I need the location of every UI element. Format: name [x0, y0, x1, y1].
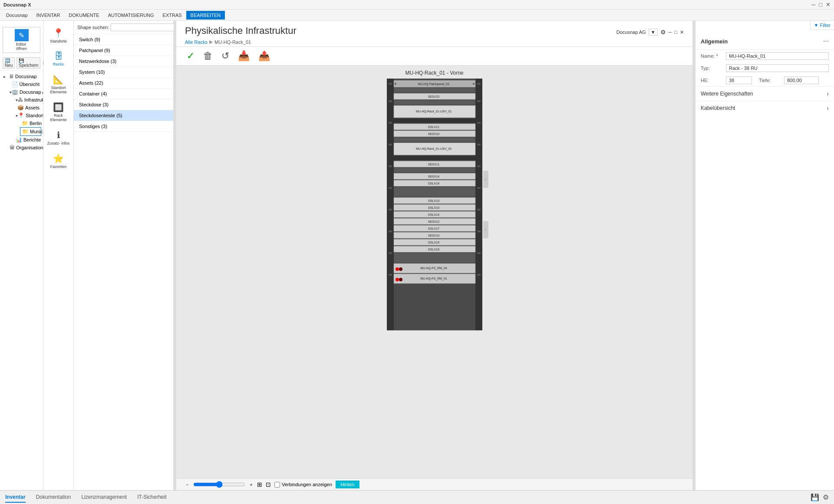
- tree-item-berlin[interactable]: 📁 Berlin: [20, 119, 41, 127]
- window-controls: ─ □ ✕: [811, 1, 831, 8]
- shape-search-input[interactable]: [111, 23, 175, 31]
- svg-rect-59: [389, 144, 392, 145]
- shape-item-container[interactable]: Container (4): [74, 89, 173, 99]
- shape-item-netzwerkdose[interactable]: Netzwerkdose (3): [74, 56, 173, 67]
- props-name-input[interactable]: [726, 52, 829, 60]
- new-btn[interactable]: 🆕 Neu: [3, 57, 15, 69]
- tab-inventar[interactable]: Inventar: [5, 492, 26, 503]
- breadcrumb: Alle Racks ▶ MU-HQ-Rack_01: [185, 39, 684, 45]
- rack-wrapper: MU-HQ-Patchpanel_01 SESX15 MU: [387, 79, 482, 330]
- sidebar-favoriten[interactable]: ⭐ Favoriten: [43, 150, 73, 172]
- menu-extras[interactable]: EXTRAS: [158, 11, 186, 20]
- svg-rect-18: [394, 138, 475, 142]
- svg-text:MU-HQ-FS_RM_01: MU-HQ-FS_RM_01: [420, 277, 447, 280]
- zoom-slider[interactable]: [193, 481, 245, 488]
- tree-item-ubersicht[interactable]: 📄 Übersicht: [8, 80, 41, 88]
- nav-sidebar: ✎ Editoröffnen 🆕 Neu 💾 Speichern ✕ ▸ 🖥 D…: [0, 21, 43, 490]
- import-action-btn[interactable]: 📥: [236, 49, 251, 63]
- svg-rect-10: [394, 100, 475, 105]
- svg-text:SESX10: SESX10: [428, 132, 439, 135]
- zoom-plus-icon[interactable]: ＋: [249, 481, 254, 488]
- svg-point-49: [396, 267, 399, 271]
- tree-item-berichte[interactable]: 📊 Berichte: [14, 136, 41, 144]
- settings-icon[interactable]: ⚙: [660, 29, 666, 36]
- shape-item-steckdose[interactable]: Steckdose (3): [74, 99, 173, 110]
- refresh-action-btn[interactable]: ↺: [220, 49, 231, 63]
- minimize-btn[interactable]: ─: [811, 1, 815, 8]
- confirm-action-btn[interactable]: ✓: [185, 49, 196, 63]
- shape-item-patchpanel[interactable]: Patchpanel (9): [74, 45, 173, 56]
- action-bar: ✓ 🗑 ↺ 📥 📤: [176, 47, 692, 66]
- window-close-btn[interactable]: ✕: [680, 30, 684, 35]
- maximize-btn[interactable]: □: [819, 1, 822, 8]
- shape-item-system[interactable]: System (10): [74, 67, 173, 78]
- tab-it-sicherheit[interactable]: IT-Sicherheit: [137, 492, 166, 503]
- zoom-fit-icon[interactable]: ⊞: [257, 481, 262, 488]
- page-header: Physikalische Infrastruktur Docusnap AG …: [176, 21, 692, 47]
- close-btn[interactable]: ✕: [826, 1, 831, 8]
- weitere-eigenschaften-section[interactable]: Weitere Eigenschaften ›: [696, 86, 834, 101]
- tab-lizenzmanagement[interactable]: Lizenzmanagement: [81, 492, 127, 503]
- shape-item-assets[interactable]: Assets (22): [74, 78, 173, 89]
- props-name-label: Name: *: [701, 53, 722, 59]
- kabelubersicht-label: Kabelübersicht: [701, 105, 735, 111]
- tree-item-munich[interactable]: 📁 Munich: [20, 127, 41, 136]
- window-maximize-btn[interactable]: □: [674, 30, 677, 35]
- tree-item-docusnap[interactable]: ▸ 🖥 Docusnap: [2, 72, 41, 80]
- shape-item-sonstiges[interactable]: Sonstiges (3): [74, 121, 173, 132]
- sidebar-racks[interactable]: 🗄 Racks: [43, 48, 73, 70]
- props-menu-btn[interactable]: ···: [823, 37, 829, 45]
- tree-icon: 🏛: [10, 145, 15, 151]
- editor-open-button[interactable]: ✎ Editoröffnen: [3, 27, 40, 53]
- shape-item-switch[interactable]: Switch (9): [74, 34, 173, 45]
- collapse-handle-right2[interactable]: ›: [483, 221, 488, 238]
- menu-bearbeiten[interactable]: BEARBEITEN: [186, 11, 225, 20]
- delete-action-btn[interactable]: 🗑: [201, 49, 214, 63]
- tree-icon: 📊: [16, 137, 22, 143]
- props-title: Allgemein: [701, 38, 728, 45]
- nav-toolbar: 🆕 Neu 💾 Speichern ✕: [0, 56, 43, 71]
- sidebar-standort-elemente[interactable]: 📐 Standort Elemente: [43, 71, 73, 98]
- connections-checkbox[interactable]: [274, 482, 280, 488]
- svg-rect-70: [477, 165, 481, 167]
- breadcrumb-separator: ▶: [209, 39, 213, 45]
- menu-dokumente[interactable]: DOKUMENTE: [64, 11, 103, 20]
- window-minimize-btn[interactable]: ─: [669, 30, 672, 35]
- svg-text:MU-HQ-FS_RM_04: MU-HQ-FS_RM_04: [420, 267, 447, 270]
- svg-text:MU-HQ-Rack_01-USV_02: MU-HQ-Rack_01-USV_02: [415, 147, 451, 151]
- zoom-minus-icon[interactable]: －: [185, 481, 190, 488]
- menu-inventar[interactable]: INVENTAR: [32, 11, 65, 20]
- shape-item-steckdosenleiste[interactable]: Steckdosenleiste (5): [74, 110, 173, 121]
- account-dropdown[interactable]: ▼: [649, 29, 658, 36]
- rack-area[interactable]: MU-HQ-Rack_01 - Vorne MU-HQ-Patchpanel_0…: [176, 66, 692, 478]
- sidebar-rack-elemente[interactable]: 🔲 Rack Elemente: [43, 99, 73, 125]
- tree-item-organisation[interactable]: 🏛 Organisation: [8, 144, 41, 152]
- svg-text:DSLX10: DSLX10: [428, 206, 439, 209]
- save-btn[interactable]: 💾 Speichern: [16, 57, 40, 69]
- sidebar-zusatzinfos[interactable]: ℹ Zusatz- infos: [43, 126, 73, 149]
- props-tiefe-input[interactable]: [784, 76, 819, 84]
- rack-canvas: MU-HQ-Rack_01 - Vorne MU-HQ-Patchpanel_0…: [387, 70, 482, 330]
- bottom-save-icon[interactable]: 💾: [811, 493, 819, 501]
- menu-automatisierung[interactable]: AUTOMATISIERUNG: [104, 11, 158, 20]
- tab-dokumentation[interactable]: Dokumentation: [36, 492, 71, 503]
- collapse-handle-right[interactable]: ›: [483, 171, 488, 188]
- tree-item-assets[interactable]: 📦 Assets: [14, 104, 41, 112]
- svg-text:SESX13: SESX13: [428, 234, 439, 237]
- bottom-settings-icon[interactable]: ⚙: [823, 493, 829, 501]
- svg-text:DSLX16: DSLX16: [428, 248, 439, 251]
- tree-item-standorte[interactable]: ▾ 📍 Standorte: [14, 112, 41, 119]
- tree-label: Übersicht: [20, 82, 40, 87]
- props-typ-input[interactable]: [726, 64, 829, 72]
- tree-item-infrastruktur[interactable]: ▾ 🖧 Infrastruktur: [14, 96, 41, 104]
- zoom-reset-icon[interactable]: ⊡: [266, 481, 271, 488]
- menu-docusnap[interactable]: Docusnap: [2, 11, 32, 20]
- tree-item-docusnap-ag[interactable]: ▾ 🏢 Docusnap AG: [8, 88, 41, 96]
- props-he-input[interactable]: [726, 76, 752, 84]
- kabelubersicht-section[interactable]: Kabelübersicht ›: [696, 101, 834, 115]
- hinten-button[interactable]: Hinten: [336, 481, 360, 488]
- sidebar-standorte[interactable]: 📍 Standorte: [43, 24, 73, 47]
- breadcrumb-root[interactable]: Alle Racks: [185, 40, 208, 45]
- filter-btn[interactable]: ▼ Filter: [810, 21, 834, 30]
- export-action-btn[interactable]: 📤: [257, 49, 272, 63]
